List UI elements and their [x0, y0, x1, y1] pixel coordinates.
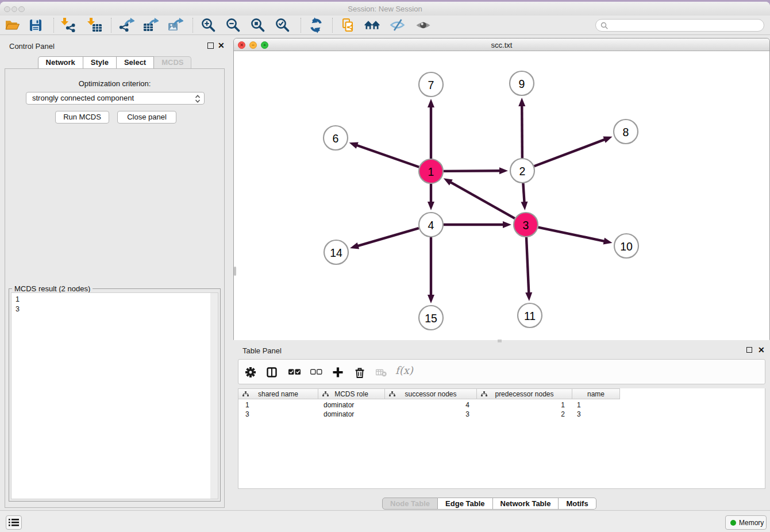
control-tab-style[interactable]: Style: [83, 56, 117, 68]
run-mcds-button[interactable]: Run MCDS: [55, 111, 109, 124]
column-header-MCDS-role[interactable]: MCDS role: [318, 388, 385, 399]
add-row-icon[interactable]: [333, 367, 345, 380]
control-tab-select[interactable]: Select: [117, 56, 154, 68]
graph-node-label: 11: [524, 310, 536, 322]
edge-3-to-10[interactable]: [538, 228, 605, 242]
toolbar-separator: [53, 18, 54, 33]
edge-arrowhead: [428, 99, 434, 107]
task-history-button[interactable]: [6, 515, 22, 530]
mcds-result-group: MCDS result (2 nodes) 13: [9, 288, 221, 502]
unselect-all-icon[interactable]: [310, 367, 323, 380]
edge-3-to-1[interactable]: [450, 182, 515, 219]
graph-node-label: 4: [428, 219, 434, 232]
open-session-icon[interactable]: [5, 17, 21, 33]
cell-name[interactable]: 1: [572, 400, 620, 410]
mcds-panel: Optimization criterion: strongly connect…: [5, 68, 225, 508]
save-session-icon[interactable]: [28, 17, 44, 33]
table-row[interactable]: 3dominator323: [238, 410, 765, 419]
edge-arrowhead: [349, 142, 359, 149]
show-columns-icon[interactable]: [267, 367, 279, 380]
table-tab-node-table[interactable]: Node Table: [382, 498, 438, 510]
edge-4-to-14[interactable]: [357, 228, 418, 246]
zoom-selected-icon[interactable]: [275, 17, 291, 33]
memory-button[interactable]: Memory: [725, 515, 767, 530]
cell-shared-name[interactable]: 1: [238, 400, 318, 410]
edge-2-to-9[interactable]: [522, 105, 522, 158]
show-selected-icon[interactable]: [415, 17, 432, 33]
control-panel-close-button[interactable]: ✕: [218, 41, 225, 50]
column-header-predecessor-nodes[interactable]: predecessor nodes: [477, 388, 572, 399]
window-titlebar[interactable]: Session: New Session: [0, 2, 770, 16]
cell-MCDS-role[interactable]: dominator: [318, 410, 385, 419]
delete-row-icon[interactable]: [355, 367, 367, 380]
cell-name[interactable]: 3: [572, 410, 620, 419]
toolbar-separator: [192, 18, 193, 33]
edge-2-to-8[interactable]: [534, 139, 606, 166]
import-table-icon[interactable]: [87, 17, 103, 33]
export-image-icon[interactable]: [167, 17, 183, 33]
node-table: shared nameMCDS rolesuccessor nodesprede…: [238, 388, 765, 489]
network-window-titlebar[interactable]: ✕ − + scc.txt: [234, 38, 769, 51]
table-tab-motifs[interactable]: Motifs: [559, 498, 596, 510]
export-table-icon[interactable]: [143, 17, 159, 33]
show-all-networks-icon[interactable]: [364, 17, 380, 33]
zoom-out-icon[interactable]: [225, 17, 241, 33]
network-canvas[interactable]: 1234678910111415: [234, 51, 769, 340]
table-tab-edge-table[interactable]: Edge Table: [438, 498, 492, 510]
memory-label: Memory: [739, 519, 764, 527]
table-panel-title: Table Panel: [242, 346, 282, 355]
zoom-fit-icon[interactable]: [250, 17, 266, 33]
table-settings-icon[interactable]: [245, 367, 258, 380]
table-row[interactable]: 1dominator411: [238, 400, 765, 410]
cell-successor-nodes[interactable]: 4: [385, 400, 477, 410]
application-window: Session: New Session Control Panel ✕ Net…: [0, 2, 770, 532]
control-panel-tabs: NetworkStyleSelectMCDS: [5, 56, 225, 68]
select-all-icon[interactable]: [288, 367, 301, 380]
table-panel: Table Panel ✕ f(x) shared nameMCDS roles…: [233, 342, 770, 509]
edge-arrowhead: [518, 98, 525, 106]
graph-node-label: 15: [425, 312, 437, 325]
search-input[interactable]: [595, 19, 764, 32]
table-panel-float-button[interactable]: [746, 347, 752, 353]
cell-MCDS-role[interactable]: dominator: [318, 400, 385, 410]
column-header-successor-nodes[interactable]: successor nodes: [385, 388, 477, 399]
edge-1-to-2[interactable]: [444, 171, 500, 171]
table-tab-network-table[interactable]: Network Table: [493, 498, 559, 510]
graph-node-label: 2: [519, 165, 526, 178]
mcds-result-title: MCDS result (2 nodes): [12, 284, 93, 293]
control-tab-mcds[interactable]: MCDS: [154, 56, 191, 68]
optimization-criterion-label: Optimization criterion:: [5, 79, 224, 88]
result-scrollbar[interactable]: [210, 293, 218, 499]
zoom-in-icon[interactable]: [201, 17, 217, 33]
column-header-name[interactable]: name: [572, 388, 620, 399]
edge-arrowhead: [444, 178, 453, 186]
delete-table-icon: [376, 367, 388, 380]
edge-1-to-6[interactable]: [356, 145, 419, 167]
edge-arrowhead: [603, 238, 613, 245]
graph-node-label: 9: [519, 78, 525, 90]
graph-node-label: 7: [428, 79, 434, 91]
column-header-shared-name[interactable]: shared name: [238, 388, 318, 399]
table-panel-close-button[interactable]: ✕: [758, 345, 765, 354]
close-panel-button[interactable]: Close panel: [117, 111, 176, 124]
hide-selected-icon[interactable]: [390, 17, 406, 33]
cell-shared-name[interactable]: 3: [238, 410, 318, 419]
control-panel-float-button[interactable]: [207, 43, 214, 49]
edge-arrowhead: [350, 242, 359, 249]
cell-successor-nodes[interactable]: 3: [385, 410, 477, 419]
criterion-dropdown[interactable]: strongly connected component: [26, 92, 205, 105]
mcds-result-list[interactable]: 13: [11, 292, 218, 499]
clone-network-icon[interactable]: [340, 17, 356, 33]
mcds-result-node: 1: [16, 295, 218, 304]
refresh-view-icon[interactable]: [308, 17, 324, 33]
toolbar-separator: [111, 18, 111, 33]
export-network-icon[interactable]: [118, 17, 134, 33]
import-network-icon[interactable]: [60, 17, 76, 33]
cell-predecessor-nodes[interactable]: 1: [477, 400, 572, 410]
edge-3-to-11[interactable]: [526, 237, 529, 294]
edge-2-to-3[interactable]: [523, 183, 524, 203]
memory-status-dot: [730, 520, 736, 526]
cell-predecessor-nodes[interactable]: 2: [477, 410, 572, 419]
graph-node-label: 1: [428, 165, 434, 178]
control-tab-network[interactable]: Network: [38, 56, 83, 68]
